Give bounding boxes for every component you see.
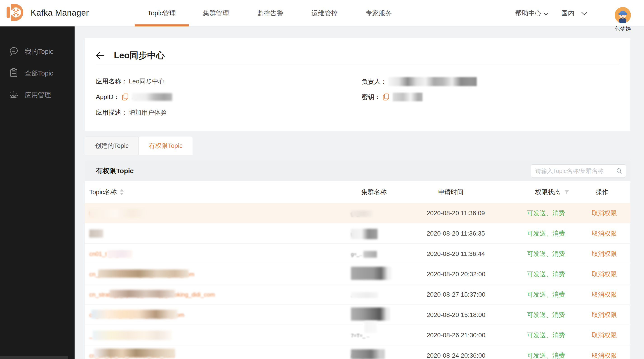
search-box [531,164,626,177]
field-value: 增加用户体验 [129,108,167,117]
panel-title: 有权限Topic [96,166,134,176]
field-label: 应用名称： [96,77,128,86]
column-header-time: 申请时间 [426,188,527,196]
topic-name-redacted[interactable]: cn_janus—console_ios_demo_didi_com [89,271,194,278]
kafka-manager-app: Kafka Manager Topic管理 集群管理 监控告警 运维管控 专家服… [0,0,644,359]
cancel-permission-link[interactable]: 取消权限 [592,311,617,318]
sidebar-item-label: 应用管理 [25,91,51,100]
topic-name-redacted[interactable]: cn_bn_qs_biz_knower_didi_com [89,352,174,359]
permission-status: 可发送、消费 [527,332,565,339]
field-label: 密钥： [362,93,380,101]
copy-icon[interactable] [122,93,128,101]
permission-status: 可发送、消费 [527,250,565,257]
sidebar: 我的Topic 全部Topic [0,27,74,359]
user-menu[interactable]: 包梦婷 [614,7,631,32]
applied-time: 2020-08-20 11:36:09 [426,210,485,217]
siren-icon [8,89,19,101]
nav-tab-topic[interactable]: Topic管理 [135,0,189,27]
topic-name-redacted[interactable]: t_t 42 [89,210,142,217]
sidebar-item-all-topic[interactable]: 全部Topic [0,63,74,84]
search-input[interactable] [531,165,616,177]
cluster-name-redacted [351,267,391,280]
cluster-name-redacted: /=TE_.. [351,353,367,359]
kafka-manager-logo-icon [4,2,25,24]
table-row[interactable]: cn_bn_qs_biz_knower_didi_com /=TE_.. 202… [85,345,630,359]
permission-status: 可发送、消费 [527,311,565,318]
cluster-name-redacted [351,307,390,320]
region-label: 国内 [561,9,574,18]
avatar[interactable] [614,7,631,24]
cancel-permission-link[interactable]: 取消权限 [592,271,617,278]
back-arrow-icon[interactable] [96,51,104,60]
field-label: AppID： [96,93,120,101]
cancel-permission-link[interactable]: 取消权限 [592,230,617,237]
panel-header: 有权限Topic [85,161,630,181]
sidebar-item-label: 全部Topic [25,69,53,78]
redacted-appid: , _ [132,94,171,100]
tab-authorized-topic[interactable]: 有权限Topic [139,137,192,155]
nav-tab-monitor[interactable]: 监控告警 [243,0,297,27]
cluster-name-redacted: 7=T=_ .. [351,333,370,339]
table-row[interactable]: cn_janus—console_ios_demo_didi_com 2020-… [85,264,630,284]
nav-tab-expert[interactable]: 专家服务 [352,0,406,27]
topic-name-redacted[interactable]: cn_strategy_bymay_strategy_booking_didi_… [89,291,215,298]
cancel-permission-link[interactable]: 取消权限 [592,250,617,257]
cancel-permission-link[interactable]: 取消权限 [592,352,617,359]
cluster-name-redacted: g _ [351,231,376,237]
topic-name-redacted[interactable]: cn01_t _=_m, [89,250,125,257]
column-header-action: 操作 [592,188,630,196]
field-value: Leo同步中心 [129,77,165,86]
nav-tab-ops[interactable]: 运维管控 [297,0,352,27]
region-select[interactable]: 国内 [561,9,588,18]
primary-nav: Topic管理 集群管理 监控告警 运维管控 专家服务 [135,0,406,27]
column-header-cluster: 集群名称 [351,188,426,196]
message-bubble-icon [8,46,19,58]
clipboard-icon [8,68,19,80]
permission-status: 可发送、消费 [527,271,565,278]
filter-funnel-icon[interactable] [564,189,570,195]
field-secret: 密钥： [362,93,422,101]
chevron-down-icon [581,10,588,17]
help-center-menu[interactable]: 帮助中心 [515,9,549,18]
applied-time: 2020-08-24 20:36:00 [426,352,485,359]
table-header-row: Topic名称 集群名称 申请时间 权限状态 操作 [85,181,630,203]
cluster-name-redacted: g=_.. [351,211,362,217]
horizontal-scrollbar[interactable] [0,356,68,359]
topic-name-redacted[interactable]: _ - g , _ [89,332,166,339]
topic-name-redacted[interactable]: cn_adapter_cla_flash_soc_didi_com [89,311,184,318]
redacted-owner [388,77,477,86]
help-center-label: 帮助中心 [515,9,542,18]
table-row[interactable]: t_t 42 g=_.. 2020-08-20 11:36:09 可发送、消费 … [85,203,630,223]
cancel-permission-link[interactable]: 取消权限 [592,332,617,339]
sort-icon[interactable] [120,189,124,195]
page-title: Leo同步中心 [114,49,165,62]
app-detail-card: Leo同步中心 应用名称： Leo同步中心 AppID： , _ 应用描述： [85,38,630,131]
brand[interactable]: Kafka Manager [4,2,89,24]
sidebar-item-app-manage[interactable]: 应用管理 [0,84,74,106]
table-row[interactable]: , g _ 2020-08-20 11:36:35 可发送、消费 取消权限 [85,223,630,244]
top-navbar: Kafka Manager Topic管理 集群管理 监控告警 运维管控 专家服… [0,0,644,27]
sidebar-item-my-topic[interactable]: 我的Topic [0,41,74,63]
redacted-secret [393,93,422,101]
topic-tabs: 创建的Topic 有权限Topic [85,137,192,155]
sidebar-item-label: 我的Topic [25,47,53,56]
cluster-name-redacted: g=_.. [351,251,372,257]
copy-icon[interactable] [383,93,389,101]
cluster-name-redacted: , = , , [351,292,362,298]
column-header-topic: Topic名称 [85,188,351,196]
applied-time: 2020-08-20 15:18:00 [426,311,485,318]
table-row[interactable]: cn_strategy_bymay_strategy_booking_didi_… [85,284,630,305]
table-row[interactable]: _ - g , _ 7=T=_ .. 2020-08-26 21:30:00 可… [85,325,630,345]
applied-time: 2020-08-20 20:32:00 [426,271,485,278]
navbar-right: 帮助中心 国内 [515,0,631,27]
applied-time: 2020-08-20 11:36:35 [426,230,485,237]
cancel-permission-link[interactable]: 取消权限 [592,291,617,298]
topic-name-redacted[interactable]: , [89,230,104,237]
field-owner: 负责人： [362,77,477,86]
table-row[interactable]: cn_adapter_cla_flash_soc_didi_com 2020-0… [85,305,630,325]
nav-tab-cluster[interactable]: 集群管理 [189,0,243,27]
table-row[interactable]: cn01_t _=_m, g=_.. 2020-08-20 11:36:44 可… [85,244,630,264]
search-icon[interactable] [616,168,622,174]
tab-created-topic[interactable]: 创建的Topic [85,137,139,155]
cancel-permission-link[interactable]: 取消权限 [592,210,617,217]
